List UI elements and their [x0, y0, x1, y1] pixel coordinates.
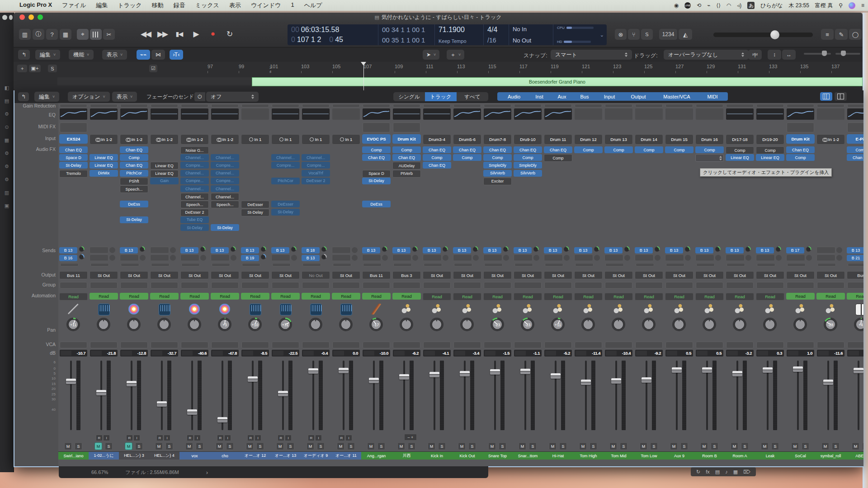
- mute-button[interactable]: M: [216, 442, 223, 450]
- send-level-knob[interactable]: [442, 246, 448, 254]
- send-slot-2[interactable]: B 16: [59, 254, 88, 261]
- solo-button[interactable]: S: [862, 442, 863, 450]
- send-slot-2[interactable]: [635, 254, 664, 261]
- volume-fader[interactable]: [823, 380, 833, 385]
- snap-select[interactable]: スマート: [551, 50, 632, 60]
- output-slot[interactable]: St Out: [635, 271, 663, 279]
- input-slot[interactable]: Drum 12: [574, 134, 603, 145]
- eq-thumbnail[interactable]: [393, 108, 420, 120]
- pan-knob[interactable]: +11: [550, 315, 566, 336]
- send-bus-button[interactable]: B 13: [635, 247, 653, 253]
- send-empty-slot[interactable]: [211, 254, 230, 261]
- pan-knob[interactable]: [611, 315, 626, 336]
- eq-thumbnail[interactable]: [665, 108, 693, 120]
- automation-mode-button[interactable]: Read: [59, 293, 88, 300]
- input-slot[interactable]: Drum Kit: [392, 134, 421, 144]
- db-display[interactable]: -47.8: [211, 350, 239, 357]
- filter-midi[interactable]: MIDI: [697, 92, 728, 101]
- automation-mode-button[interactable]: Read: [392, 293, 421, 300]
- db-display[interactable]: -3.4: [453, 350, 481, 357]
- group-slot[interactable]: [241, 282, 269, 289]
- track-name[interactable]: Snare Top: [482, 451, 513, 460]
- send-empty-slot[interactable]: [392, 254, 411, 261]
- track-solo-button[interactable]: S: [48, 65, 57, 72]
- mixer-scope-0[interactable]: シングル: [393, 92, 425, 101]
- send-bus-button[interactable]: B 13: [241, 247, 259, 253]
- input-slot[interactable]: Drum3-4: [423, 134, 451, 145]
- send-bus-button[interactable]: B 16: [59, 255, 77, 261]
- solo-button[interactable]: S: [802, 442, 809, 450]
- fader-send-select[interactable]: オフ: [206, 92, 259, 102]
- send-empty-slot[interactable]: [695, 254, 714, 261]
- input-slot[interactable]: Dr19-20: [756, 134, 784, 145]
- input-slot[interactable]: In 1-2: [150, 134, 179, 145]
- audio-fx-slot[interactable]: Noise G...: [180, 146, 209, 154]
- send-bus-button[interactable]: B 13: [180, 247, 198, 253]
- mute-button[interactable]: M: [276, 442, 284, 450]
- audio-fx-slot[interactable]: St-Delay: [59, 162, 88, 169]
- db-display[interactable]: -0.4: [302, 350, 330, 357]
- background-window-icon-1[interactable]: ▤: [5, 98, 9, 104]
- audio-fx-slot[interactable]: Comp: [544, 154, 572, 162]
- send-bus-button[interactable]: B 13: [362, 247, 380, 253]
- db-display[interactable]: -10.4: [605, 350, 632, 357]
- send-slot-2[interactable]: [604, 254, 633, 261]
- send-slot-1[interactable]: B 13: [574, 247, 603, 253]
- send-level-knob[interactable]: [563, 246, 570, 254]
- menu-item-1[interactable]: ファイル: [62, 1, 86, 9]
- audio-fx-slot[interactable]: Channel...: [271, 154, 300, 161]
- audio-fx-slot[interactable]: Chan EQ: [362, 154, 391, 161]
- spotlight-icon[interactable]: ⚲: [839, 2, 843, 9]
- eq-thumbnail[interactable]: [605, 108, 632, 120]
- audio-fx-slot[interactable]: SilvVerb: [483, 170, 512, 177]
- audio-tool-icon[interactable]: ♪: [725, 469, 728, 474]
- output-slot[interactable]: St Out: [332, 271, 360, 279]
- send-slot-2[interactable]: [211, 254, 240, 261]
- db-display[interactable]: 0.5: [696, 350, 723, 357]
- menubar-user[interactable]: 富樫 真: [815, 2, 833, 9]
- library-button[interactable]: ▥: [19, 29, 31, 40]
- mixer-back-button[interactable]: ↰: [18, 92, 29, 101]
- automation-button[interactable]: ⌁⌁: [137, 50, 150, 60]
- volume-fader[interactable]: [429, 372, 439, 377]
- audio-fx-slot[interactable]: Linear EQ: [726, 154, 754, 161]
- record-enable-button[interactable]: R: [338, 435, 345, 441]
- automation-mode-button[interactable]: Read: [544, 293, 572, 300]
- send-empty-slot[interactable]: [816, 247, 835, 253]
- solo-button[interactable]: S: [105, 442, 113, 450]
- db-display[interactable]: -12.8: [120, 350, 148, 357]
- loop-tool-icon[interactable]: ↻: [696, 469, 700, 475]
- eq-thumbnail[interactable]: [120, 108, 148, 120]
- input-slot[interactable]: In 1: [271, 134, 300, 145]
- input-monitor-button[interactable]: I: [285, 435, 292, 441]
- pan-knob[interactable]: [671, 315, 687, 336]
- record-enable-button[interactable]: R: [96, 435, 103, 441]
- audio-fx-slot[interactable]: Comp: [453, 154, 481, 161]
- audio-fx-slot[interactable]: Tube EQ: [180, 216, 209, 223]
- output-slot[interactable]: St Out: [453, 271, 481, 279]
- menu-item-8[interactable]: ウインドウ: [251, 1, 281, 9]
- pan-knob[interactable]: [126, 315, 142, 336]
- mute-button[interactable]: M: [731, 442, 738, 450]
- siri-icon[interactable]: [849, 2, 855, 9]
- send-level-knob[interactable]: [321, 253, 327, 262]
- send-slot-2[interactable]: [786, 254, 815, 261]
- automation-mode-button[interactable]: Read: [726, 293, 754, 300]
- pointer-tool-menu[interactable]: ➤˅: [423, 50, 439, 60]
- send-empty-slot[interactable]: [90, 247, 108, 253]
- output-slot[interactable]: St Out: [816, 271, 845, 279]
- wide-view-button[interactable]: [835, 92, 847, 101]
- track-name[interactable]: HEL...ン) 4: [149, 451, 179, 460]
- background-window-icon-9[interactable]: ▣: [5, 203, 9, 209]
- send-level-knob[interactable]: [199, 246, 206, 254]
- audio-fx-slot[interactable]: Comp: [665, 146, 693, 153]
- input-slot[interactable]: In 1-2: [180, 134, 209, 145]
- pan-knob[interactable]: [641, 315, 656, 336]
- eq-thumbnail[interactable]: [817, 108, 844, 120]
- send-empty-slot[interactable]: [786, 254, 805, 261]
- pan-knob[interactable]: [732, 315, 747, 336]
- volume-fader[interactable]: [642, 377, 651, 383]
- audio-fx-slot[interactable]: DirMix: [90, 170, 118, 177]
- volume-fader[interactable]: [581, 380, 591, 385]
- volume-fader[interactable]: [96, 390, 106, 395]
